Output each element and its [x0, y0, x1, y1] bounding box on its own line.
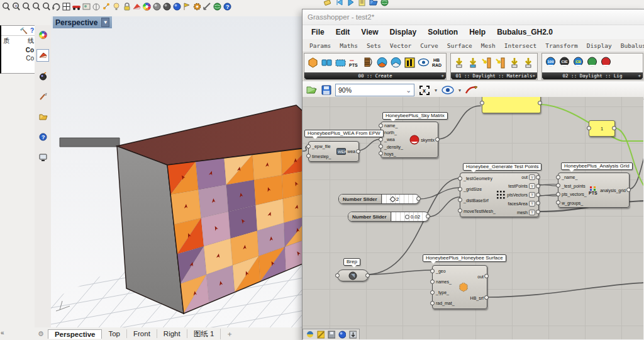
- eye-icon[interactable]: [418, 57, 430, 69]
- expand-icon[interactable]: +: [638, 73, 641, 79]
- gh-node-honeybeeplus-honeybee-surface[interactable]: _geonames__type_rad_mat_outHB_srf: [432, 265, 487, 309]
- output-param-badge[interactable]: Y: [529, 183, 535, 189]
- open-file-icon[interactable]: [306, 85, 318, 95]
- number-slider-gridsize[interactable]: Number Slider2: [338, 194, 419, 204]
- output-port[interactable]: [416, 196, 421, 201]
- zoom-plus-icon[interactable]: +: [11, 2, 21, 11]
- input-port[interactable]: [458, 176, 462, 181]
- chart-icon[interactable]: [404, 57, 416, 69]
- tab-intersect[interactable]: Intersect: [500, 41, 541, 50]
- output-param-badge[interactable]: Y: [529, 210, 535, 215]
- gh-node-honeybeeplus-analysis-grid[interactable]: _name__test_pointspts_vectors_w_groups_P…: [558, 173, 630, 208]
- output-port[interactable]: [536, 193, 540, 197]
- stack-icon[interactable]: [362, 57, 374, 69]
- output-port[interactable]: [435, 137, 440, 142]
- step-icon[interactable]: [335, 0, 344, 7]
- output-port[interactable]: [365, 273, 370, 278]
- zoom-window-icon[interactable]: [31, 2, 41, 11]
- script-doc-icon[interactable]: [357, 0, 367, 7]
- rendered-sphere-icon[interactable]: [162, 2, 172, 11]
- color-wheel-icon[interactable]: [37, 29, 48, 40]
- preview-eye-icon[interactable]: [441, 85, 455, 95]
- bGRN-icon[interactable]: [586, 57, 598, 69]
- tab-bubalus-gh2-0[interactable]: Bubalus_GH2.0: [616, 41, 644, 50]
- output-port[interactable]: [612, 126, 616, 130]
- chevron-down-icon[interactable]: ▾: [435, 88, 437, 93]
- input-port[interactable]: [335, 273, 340, 278]
- input-port[interactable]: [430, 269, 435, 273]
- pie2-icon[interactable]: [390, 57, 402, 69]
- shaded-sphere-icon[interactable]: [152, 2, 162, 11]
- barrow-icon[interactable]: [481, 57, 493, 69]
- save-icon[interactable]: [327, 331, 335, 339]
- folder-icon[interactable]: [37, 111, 48, 122]
- viewport-title-tab[interactable]: Perspective ▼: [53, 16, 112, 28]
- menu-edit[interactable]: Edit: [331, 26, 355, 38]
- lock-icon[interactable]: [122, 2, 131, 11]
- rhino-viewport[interactable]: 96.391562.7917022.41793.1: [51, 16, 302, 327]
- slider-track[interactable]: 2: [382, 195, 419, 203]
- gh-node-honeybeeplus-sky-matrix[interactable]: name_north__wea_density_hoys_skymtx: [380, 122, 438, 158]
- expand-icon[interactable]: +: [441, 73, 444, 79]
- output-port[interactable]: [536, 175, 540, 179]
- python-icon[interactable]: [306, 331, 314, 339]
- grasshopper-canvas[interactable]: HoneybeePlus_WEA From EPW_epw_filetimest…: [303, 97, 643, 339]
- bRED-icon[interactable]: [600, 57, 612, 69]
- add-view-icon[interactable]: ＋: [226, 329, 233, 339]
- view-tab-2[interactable]: Front: [127, 329, 157, 338]
- gh-node-honeybee-generate-test-points[interactable]: _testGeometry_gridSize_distBaseSrfmoveTe…: [460, 173, 539, 217]
- sphere-icon[interactable]: [338, 331, 346, 339]
- zoom-icon[interactable]: [1, 2, 11, 11]
- number-slider-distbasesrf[interactable]: Number Slider0.02: [348, 212, 429, 222]
- gh-node-honeybeeplus-wea-from-epw[interactable]: _epw_filetimestep_WEAwea: [308, 141, 359, 162]
- lamp-icon[interactable]: [112, 2, 121, 11]
- output-port[interactable]: [536, 184, 540, 188]
- output-port[interactable]: [484, 274, 489, 278]
- help-icon[interactable]: ?: [37, 131, 48, 142]
- yarrow3-icon[interactable]: [509, 57, 521, 69]
- tab-params[interactable]: Params: [305, 41, 335, 50]
- zoom-level-combo[interactable]: 90% ⌄: [335, 84, 414, 96]
- tab-surface[interactable]: Surface: [443, 41, 477, 50]
- display-mode-icon[interactable]: [36, 49, 49, 62]
- tab-sets[interactable]: Sets: [362, 41, 386, 50]
- chevron-down-icon[interactable]: ▾: [458, 88, 461, 93]
- gear-icon[interactable]: ⚙: [38, 330, 44, 338]
- input-port[interactable]: [556, 192, 560, 196]
- menu-solution[interactable]: Solution: [423, 26, 463, 38]
- download-icon[interactable]: [348, 331, 357, 339]
- slider-handle[interactable]: [389, 196, 396, 202]
- sync-icon[interactable]: [380, 0, 389, 7]
- input-port[interactable]: [430, 301, 435, 305]
- gh-panel-big[interactable]: [482, 97, 541, 113]
- menu-help[interactable]: Help: [464, 26, 491, 38]
- slider-handle[interactable]: [405, 215, 409, 219]
- b100-icon[interactable]: 100: [545, 57, 557, 69]
- brectd-icon[interactable]: [335, 57, 347, 69]
- output-port[interactable]: [484, 295, 489, 300]
- undo-view-icon[interactable]: [52, 2, 61, 11]
- view-tab-3[interactable]: Right: [157, 329, 187, 338]
- brect-icon[interactable]: [321, 57, 333, 69]
- brush-icon[interactable]: [37, 91, 48, 102]
- render-sphere-icon[interactable]: [37, 71, 48, 82]
- barrow2-icon[interactable]: [495, 57, 507, 69]
- menu-display[interactable]: Display: [384, 26, 421, 38]
- output-param-badge[interactable]: Y: [529, 201, 535, 207]
- tab-transform[interactable]: Transform: [541, 41, 582, 50]
- zoom-extents-icon[interactable]: x: [418, 84, 431, 96]
- chevron-down-icon[interactable]: ▼: [101, 18, 109, 27]
- input-port[interactable]: [306, 144, 311, 149]
- tab-vector[interactable]: Vector: [386, 41, 416, 50]
- output-port[interactable]: [626, 188, 631, 192]
- named-view-icon[interactable]: [82, 2, 91, 11]
- yarrow4-icon[interactable]: [523, 57, 535, 69]
- save-icon[interactable]: [321, 85, 331, 95]
- play-icon[interactable]: [346, 0, 355, 7]
- slider-track[interactable]: 0.02: [391, 212, 428, 221]
- measure-icon[interactable]: [203, 2, 212, 11]
- hbrad-icon[interactable]: HBRAD: [431, 57, 443, 69]
- sketch-pen-icon[interactable]: [465, 85, 479, 95]
- help-icon[interactable]: ?: [223, 2, 232, 11]
- yarrow-icon[interactable]: [453, 57, 465, 69]
